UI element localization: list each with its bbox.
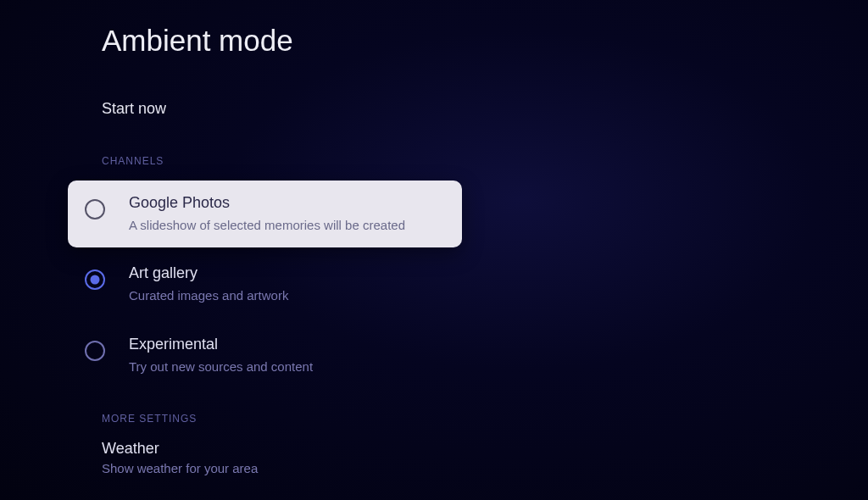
setting-title: Weather — [102, 440, 868, 458]
channel-list: Google Photos A slideshow of selected me… — [68, 181, 868, 389]
channel-experimental[interactable]: Experimental Try out new sources and con… — [68, 322, 462, 389]
radio-icon — [85, 199, 105, 219]
channel-art-gallery[interactable]: Art gallery Curated images and artwork — [68, 251, 462, 318]
radio-icon — [85, 341, 105, 361]
channel-text: Art gallery Curated images and artwork — [129, 264, 445, 304]
channel-title: Google Photos — [129, 194, 445, 212]
setting-description: Show weather for your area — [102, 461, 868, 475]
channel-title: Experimental — [129, 336, 445, 353]
channel-google-photos[interactable]: Google Photos A slideshow of selected me… — [68, 181, 462, 247]
more-settings-header: MORE SETTINGS — [102, 413, 868, 425]
channel-description: Try out new sources and content — [129, 358, 445, 375]
radio-icon — [85, 269, 105, 290]
channel-description: Curated images and artwork — [129, 287, 445, 304]
channel-description: A slideshow of selected memories will be… — [129, 217, 445, 234]
channel-title: Art gallery — [129, 264, 445, 282]
start-now-button[interactable]: Start now — [102, 100, 868, 118]
channel-text: Google Photos A slideshow of selected me… — [129, 194, 445, 234]
page-title: Ambient mode — [102, 24, 868, 58]
channel-text: Experimental Try out new sources and con… — [129, 336, 445, 375]
setting-weather[interactable]: Weather Show weather for your area — [102, 440, 868, 475]
channels-header: CHANNELS — [102, 155, 868, 167]
